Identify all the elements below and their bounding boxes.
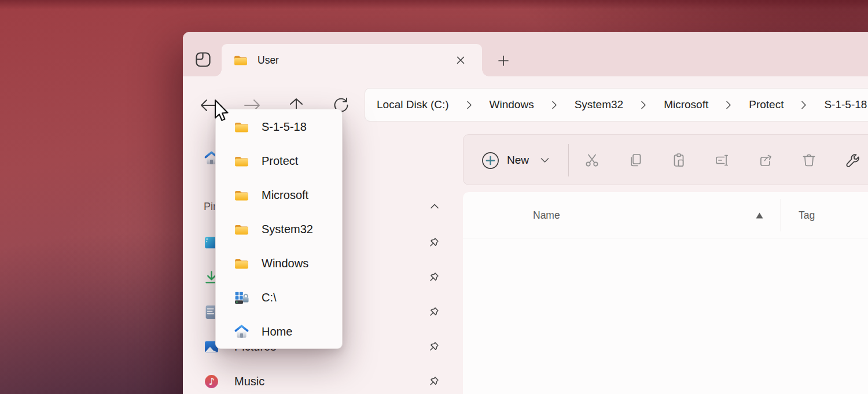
menu-item-label: C:\ (262, 291, 277, 304)
menu-item-s-1-5-18[interactable]: S-1-5-18 (216, 110, 342, 144)
pin-icon[interactable] (428, 271, 440, 283)
properties-button[interactable] (839, 146, 867, 174)
list-header: Name Tag (463, 192, 868, 238)
folder-icon (234, 119, 249, 135)
column-header-name[interactable]: Name (533, 192, 560, 238)
folder-icon (234, 187, 249, 203)
menu-item-home[interactable]: Home (216, 315, 342, 349)
column-divider (781, 199, 781, 231)
chevron-right-icon (726, 100, 731, 110)
pin-icon[interactable] (428, 375, 440, 387)
menu-item-label: Home (262, 325, 292, 338)
copy-icon (627, 152, 643, 168)
plus-icon (498, 55, 509, 67)
tab-user[interactable]: User (222, 44, 482, 76)
desktop: User (0, 0, 868, 394)
delete-icon (801, 152, 817, 168)
share-button[interactable] (752, 146, 779, 174)
menu-item-label: System32 (262, 223, 313, 236)
folder-icon (233, 53, 248, 68)
paste-icon (671, 152, 687, 168)
menu-item-label: Windows (262, 257, 308, 270)
cut-icon (584, 152, 600, 168)
copy-button[interactable] (621, 146, 649, 174)
menu-item-system32[interactable]: System32 (216, 212, 342, 246)
menu-item-label: Microsoft (262, 189, 308, 202)
menu-item-label: S-1-5-18 (262, 120, 307, 134)
history-dropdown-menu: S-1-5-18 Protect Microsoft System32 Wind… (215, 109, 343, 349)
sidebar-toggle-icon (194, 51, 212, 68)
breadcrumb-item-system32[interactable]: System32 (575, 98, 623, 111)
wrench-icon (845, 152, 861, 168)
sidebar-toggle-button[interactable] (191, 47, 215, 72)
share-icon (757, 152, 774, 168)
new-tab-button[interactable] (492, 50, 515, 72)
breadcrumb-item-protect[interactable]: Protect (749, 98, 784, 111)
file-list-panel: Name Tag (463, 192, 868, 394)
chevron-right-icon (466, 100, 472, 110)
add-circle-icon (481, 152, 499, 170)
chevron-right-icon (801, 100, 807, 110)
music-icon: ♪ (204, 374, 219, 389)
toolbar-divider (568, 144, 569, 176)
folder-icon (234, 153, 249, 169)
folder-icon (234, 256, 249, 271)
paste-button[interactable] (665, 146, 693, 174)
command-toolbar: New (463, 134, 868, 185)
home-icon (234, 324, 249, 340)
new-button[interactable]: New (473, 145, 561, 175)
folder-icon (234, 222, 249, 237)
breadcrumb-item-local-disk[interactable]: Local Disk (C:) (377, 98, 449, 111)
cut-button[interactable] (578, 146, 606, 174)
close-icon (456, 56, 465, 65)
breadcrumb-item-windows[interactable]: Windows (490, 98, 534, 111)
chevron-down-icon (540, 157, 549, 163)
delete-button[interactable] (795, 146, 823, 174)
sort-ascending-icon (755, 212, 764, 219)
sidebar-item-music[interactable]: ♪ Music (194, 367, 446, 394)
breadcrumb-item-sid[interactable]: S-1-5-18 (824, 98, 867, 111)
rename-icon (714, 152, 730, 168)
pin-icon[interactable] (428, 341, 440, 352)
menu-item-label: Protect (262, 154, 298, 168)
cursor-icon (212, 98, 229, 123)
rename-button[interactable] (708, 146, 736, 174)
pin-icon[interactable] (428, 306, 440, 318)
sidebar-item-label: Music (234, 375, 264, 388)
breadcrumb-item-microsoft[interactable]: Microsoft (664, 98, 708, 111)
column-header-tag[interactable]: Tag (799, 192, 815, 238)
menu-item-microsoft[interactable]: Microsoft (216, 178, 342, 212)
pin-icon[interactable] (428, 237, 440, 248)
breadcrumb[interactable]: Local Disk (C:) Windows System32 Microso… (365, 88, 868, 121)
svg-text:♪: ♪ (208, 376, 215, 387)
menu-item-protect[interactable]: Protect (216, 144, 342, 178)
chevron-right-icon (641, 100, 646, 110)
tab-close-button[interactable] (451, 50, 470, 70)
chevron-right-icon (551, 100, 557, 110)
chevron-up-icon[interactable] (428, 200, 441, 213)
menu-item-c-drive[interactable]: C:\ (216, 281, 342, 315)
new-button-label: New (507, 154, 529, 167)
menu-item-windows[interactable]: Windows (216, 246, 342, 281)
tab-title: User (258, 54, 451, 67)
drive-icon (234, 290, 249, 305)
titlebar: User (183, 32, 868, 76)
